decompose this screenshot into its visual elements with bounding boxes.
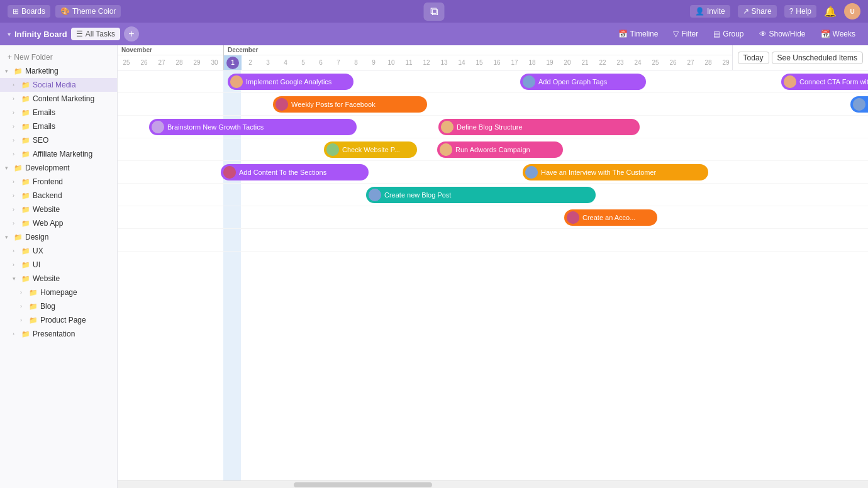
theme-icon: 🎨 (60, 7, 70, 16)
task-bar-create-blog-post[interactable]: Create new Blog Post (366, 187, 596, 203)
sidebar-item-product-page[interactable]: › 📁 Product Page (0, 313, 117, 327)
board-chevron-icon: ▾ (8, 31, 11, 38)
user-avatar[interactable]: U (844, 3, 860, 19)
notification-bell-icon[interactable]: 🔔 (824, 6, 837, 18)
boards-icon: ⊞ (13, 7, 19, 16)
theme-color-button[interactable]: 🎨 Theme Color (55, 5, 121, 18)
unscheduled-button[interactable]: See Unscheduled Items (772, 52, 863, 64)
chevron-icon: › (13, 137, 19, 143)
folder-icon: 📁 (21, 178, 30, 186)
task-bar-add-content[interactable]: Add Content To the Sections (221, 164, 369, 180)
timeline-button[interactable]: 📅 Timeline (613, 28, 664, 40)
folder-icon: 📁 (21, 275, 30, 283)
task-bar-add-open-graph-tags[interactable]: Add Open Graph Tags (520, 74, 646, 90)
sidebar-item-web-app[interactable]: › 📁 Web App (0, 216, 117, 230)
svg-point-3 (275, 98, 288, 111)
chevron-icon: › (13, 123, 19, 130)
chevron-down-icon: ▾ (5, 234, 11, 240)
show-hide-button[interactable]: 👁 Show/Hide (754, 28, 811, 40)
date-header: November 25 26 27 28 29 30 December (118, 45, 868, 70)
sidebar-item-presentation[interactable]: › 📁 Presentation (0, 327, 117, 341)
sidebar-item-frontend[interactable]: › 📁 Frontend (0, 175, 117, 189)
boards-button[interactable]: ⊞ Boards (8, 5, 50, 18)
filter-button[interactable]: ▽ Filter (668, 28, 703, 40)
horizontal-scrollbar[interactable] (118, 480, 868, 488)
task-bar-run-adwords[interactable]: Run Adwords Campaign (437, 141, 563, 158)
folder-icon: 📁 (21, 95, 30, 103)
sidebar-item-marketing[interactable]: ▾ 📁 Marketing (0, 64, 117, 78)
add-view-button[interactable]: + (124, 26, 139, 42)
chevron-down-icon: ▾ (5, 68, 11, 74)
share-icon: ↗ (743, 7, 749, 16)
chevron-icon: › (13, 82, 19, 88)
task-bar-interview-customer[interactable]: Have an Interview with The Customer (523, 164, 708, 180)
filter-icon: ▽ (673, 30, 679, 38)
task-bar-brainstorm[interactable]: Brainstorm New Growth Tactics (149, 119, 357, 135)
new-folder-button[interactable]: + New Folder (0, 50, 117, 64)
folder-icon: 📁 (29, 289, 38, 297)
timeline-view: November 25 26 27 28 29 30 December (118, 45, 868, 488)
sidebar: + New Folder ▾ 📁 Marketing › 📁 Social Me… (0, 45, 118, 488)
folder-icon: 📁 (21, 123, 30, 131)
svg-point-1 (523, 75, 535, 88)
task-bar-create-account[interactable]: Create an Acco... (564, 209, 657, 226)
sidebar-item-ux[interactable]: › 📁 UX (0, 244, 117, 258)
tasks-icon: ☰ (76, 30, 83, 38)
svg-point-10 (525, 166, 538, 179)
task-bar-connect-cta-form[interactable]: Connect CTA Form with Email (781, 74, 868, 90)
task-bar-define-blog-structure[interactable]: Define Blog Structure (438, 119, 640, 135)
svg-point-12 (567, 211, 579, 224)
task-bar-implement-google-analytics[interactable]: Implement Google Analytics (228, 74, 353, 90)
invite-button[interactable]: 👤 Invite (690, 5, 730, 18)
folder-icon: 📁 (14, 164, 23, 172)
chevron-down-icon: ▾ (13, 275, 19, 282)
sidebar-item-blog[interactable]: › 📁 Blog (0, 299, 117, 313)
svg-point-0 (230, 75, 243, 88)
task-bar-weekly-posts[interactable]: Weekly Posts for Facebook (273, 96, 427, 113)
app-logo: ⧉ (430, 5, 438, 18)
sidebar-item-social-media[interactable]: › 📁 Social Media (0, 78, 117, 92)
sidebar-item-website-design[interactable]: ▾ 📁 Website (0, 272, 117, 286)
main-content: + New Folder ▾ 📁 Marketing › 📁 Social Me… (0, 45, 868, 488)
svg-point-2 (784, 75, 796, 88)
svg-point-6 (441, 121, 453, 133)
share-button[interactable]: ↗ Share (738, 5, 777, 18)
help-button[interactable]: ? Help (784, 5, 816, 18)
sidebar-item-backend[interactable]: › 📁 Backend (0, 189, 117, 202)
sidebar-item-website-dev[interactable]: › 📁 Website (0, 202, 117, 216)
all-tasks-button[interactable]: ☰ All Tasks (71, 28, 120, 40)
chevron-icon: › (13, 262, 19, 268)
sidebar-item-design[interactable]: ▾ 📁 Design (0, 230, 117, 244)
task-bar-define-budget[interactable]: Define Budget for Ads (850, 96, 868, 113)
group-button[interactable]: ▤ Group (708, 28, 748, 40)
svg-point-7 (326, 143, 339, 156)
top-navigation-bar: ⊞ Boards 🎨 Theme Color ⧉ 👤 Invite ↗ Shar… (0, 0, 868, 23)
sidebar-item-homepage[interactable]: › 📁 Homepage (0, 286, 117, 299)
chevron-icon: › (13, 331, 19, 337)
sidebar-item-emails[interactable]: › 📁 Emails (0, 106, 117, 119)
chevron-down-icon: ▾ (5, 165, 11, 171)
sidebar-item-ui[interactable]: › 📁 UI (0, 258, 117, 272)
folder-icon: 📁 (14, 233, 23, 241)
weeks-button[interactable]: 📆 Weeks (816, 28, 860, 40)
sidebar-item-content-marketing[interactable]: › 📁 Content Marketing (0, 92, 117, 106)
svg-point-9 (223, 166, 236, 179)
sidebar-item-affiliate-marketing[interactable]: › 📁 Affiliate Marketing (0, 147, 117, 161)
folder-icon: 📁 (29, 302, 38, 311)
today-button[interactable]: Today (738, 52, 769, 64)
folder-icon: 📁 (14, 67, 23, 75)
sidebar-item-promotions[interactable]: › 📁 Emails (0, 119, 117, 133)
chevron-icon: › (20, 317, 26, 323)
gantt-body: Implement Google Analytics Add Open Grap… (118, 70, 868, 480)
group-icon: ▤ (713, 30, 720, 38)
svg-point-5 (152, 121, 164, 133)
svg-point-4 (853, 98, 865, 111)
folder-icon: 📁 (29, 316, 38, 324)
chevron-icon: › (13, 248, 19, 254)
task-bar-check-website[interactable]: Check Website P... (324, 141, 417, 158)
sidebar-item-development[interactable]: ▾ 📁 Development (0, 161, 117, 175)
sidebar-item-seo[interactable]: › 📁 SEO (0, 133, 117, 147)
folder-icon: 📁 (21, 81, 30, 89)
folder-icon: 📁 (21, 192, 30, 200)
chevron-icon: › (20, 303, 26, 309)
